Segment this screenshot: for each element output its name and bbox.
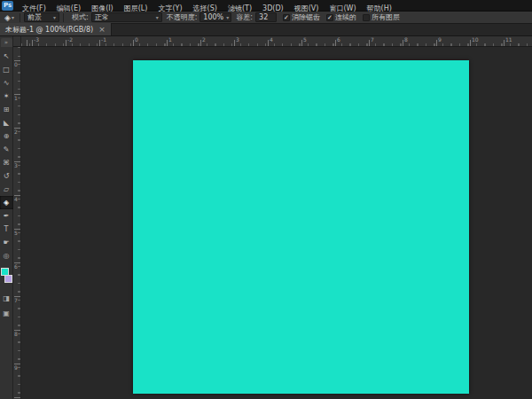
checkbox-icon: ✓ bbox=[283, 14, 290, 21]
rectangular-marquee-tool[interactable]: □ bbox=[0, 63, 13, 76]
hand-tool[interactable]: ☛ bbox=[0, 236, 13, 249]
chevron-down-icon: ▾ bbox=[53, 14, 56, 20]
text-tool-icon: T bbox=[4, 225, 9, 233]
move-tool[interactable]: ↖ bbox=[0, 50, 13, 63]
paint-bucket-tool[interactable]: ◈ bbox=[0, 196, 13, 209]
ruler-label: 2 bbox=[202, 36, 206, 43]
ruler-label: 0 bbox=[135, 36, 138, 43]
ruler-label: -2 bbox=[67, 36, 73, 43]
ruler-label: 3 bbox=[236, 36, 239, 43]
color-swatches bbox=[0, 266, 13, 289]
brush-tool[interactable]: ✎ bbox=[0, 143, 13, 156]
ruler-label: 4 bbox=[14, 196, 18, 202]
history-brush-tool[interactable]: ↺ bbox=[0, 169, 13, 183]
menu-item[interactable]: 选择(S) bbox=[188, 4, 223, 12]
pen-tool-icon: ✒ bbox=[4, 212, 10, 220]
menu-item[interactable]: 窗口(W) bbox=[324, 4, 361, 12]
hand-tool-icon: ☛ bbox=[3, 239, 9, 246]
blend-mode-select[interactable]: 正常 ▾ bbox=[91, 12, 162, 22]
fill-source-value: 前景 bbox=[27, 12, 42, 22]
menu-item[interactable]: 文字(Y) bbox=[153, 4, 187, 12]
document-tab[interactable]: 未标题-1 @ 100%(RGB/8) × bbox=[0, 23, 112, 35]
menu-item[interactable]: 编辑(E) bbox=[51, 4, 86, 12]
canvas[interactable] bbox=[133, 60, 469, 394]
opacity-select[interactable]: 100% ▾ bbox=[200, 12, 231, 22]
contiguous-checkbox[interactable]: ✓连续的 bbox=[326, 12, 356, 22]
quick-selection-tool-icon: ✶ bbox=[4, 92, 10, 100]
canvas-viewport[interactable] bbox=[21, 47, 532, 399]
quick-selection-tool[interactable]: ✶ bbox=[0, 90, 13, 103]
chevron-down-icon: ▾ bbox=[12, 14, 14, 20]
ruler-label: 7 bbox=[14, 297, 18, 303]
zoom-tool-icon: ◎ bbox=[4, 252, 10, 260]
screen-mode-button[interactable]: ▣ bbox=[0, 307, 13, 319]
ruler-label: 4 bbox=[270, 36, 273, 43]
option-checkboxes: ✓消除锯齿✓连续的所有图层 bbox=[277, 12, 400, 22]
chevron-down-icon: ▾ bbox=[156, 14, 159, 20]
lasso-tool-icon: ∿ bbox=[4, 79, 10, 87]
history-brush-tool-icon: ↺ bbox=[4, 172, 10, 180]
ruler-label: 5 bbox=[303, 36, 307, 43]
foreground-color-swatch[interactable] bbox=[1, 268, 9, 276]
menu-item[interactable]: 视图(V) bbox=[289, 4, 325, 12]
mode-label: 模式: bbox=[72, 12, 89, 22]
menu-item[interactable]: 3D(D) bbox=[257, 4, 289, 12]
blend-mode-value: 正常 bbox=[95, 12, 109, 22]
text-tool[interactable]: T bbox=[0, 223, 13, 236]
healing-brush-tool[interactable]: ⊕ bbox=[0, 129, 13, 143]
menu-item[interactable]: 文件(F) bbox=[17, 4, 51, 12]
brush-tool-icon: ✎ bbox=[4, 145, 10, 153]
tolerance-input[interactable]: 32 bbox=[255, 12, 277, 22]
ruler-label: -1 bbox=[101, 36, 106, 43]
ruler-label: 1 bbox=[14, 95, 18, 101]
clone-stamp-tool[interactable]: ⌘ bbox=[0, 156, 13, 169]
ruler-label: 8 bbox=[14, 331, 18, 337]
toolbox-collapse-button[interactable]: » bbox=[1, 38, 12, 47]
ruler-label: 3 bbox=[14, 162, 18, 168]
document-area: -3-2-101234567891011 0123456789 bbox=[13, 36, 532, 399]
toolbox: » ↖□∿✶⊞◣⊕✎⌘↺▱◈✒T☛◎ ◨ ▣ bbox=[0, 36, 13, 399]
fill-source-select[interactable]: 前景 ▾ bbox=[24, 12, 59, 22]
ruler-label: 11 bbox=[505, 36, 512, 43]
menu-item[interactable]: 帮助(H) bbox=[362, 4, 397, 12]
ruler-origin-corner[interactable] bbox=[13, 36, 21, 47]
ruler-label: 6 bbox=[14, 263, 18, 270]
clone-stamp-tool-icon: ⌘ bbox=[3, 159, 10, 167]
ruler-label: 5 bbox=[14, 230, 18, 236]
paint-bucket-icon: ◈ bbox=[4, 13, 11, 22]
move-tool-icon: ↖ bbox=[4, 52, 10, 60]
eraser-tool[interactable]: ▱ bbox=[0, 183, 13, 196]
all-layers-checkbox[interactable]: 所有图层 bbox=[363, 12, 400, 22]
ruler-label: 2 bbox=[14, 129, 18, 135]
menu-item[interactable]: 图层(L) bbox=[119, 4, 153, 12]
divider bbox=[20, 13, 20, 22]
lasso-tool[interactable]: ∿ bbox=[0, 76, 13, 90]
tool-preset-picker[interactable]: ◈ ▾ bbox=[3, 13, 16, 22]
menu-item[interactable]: 滤镜(T) bbox=[223, 4, 257, 12]
vertical-ruler[interactable]: 0123456789 bbox=[13, 47, 21, 399]
ruler-label: 9 bbox=[14, 364, 18, 371]
quick-mask-button[interactable]: ◨ bbox=[0, 292, 13, 304]
zoom-tool[interactable]: ◎ bbox=[0, 249, 13, 262]
document-title: 未标题-1 @ 100%(RGB/8) bbox=[5, 25, 93, 35]
ruler-label: 7 bbox=[371, 36, 374, 43]
eraser-tool-icon: ▱ bbox=[4, 185, 9, 193]
divider bbox=[63, 13, 64, 22]
close-tab-icon[interactable]: × bbox=[98, 25, 106, 34]
document-tab-bar: 未标题-1 @ 100%(RGB/8) × bbox=[0, 24, 532, 36]
crop-tool-icon: ⊞ bbox=[4, 106, 10, 113]
menu-item[interactable]: 图像(I) bbox=[86, 4, 119, 12]
horizontal-ruler[interactable]: -3-2-101234567891011 bbox=[21, 36, 532, 47]
eyedropper-tool[interactable]: ◣ bbox=[0, 116, 13, 129]
ruler-label: 6 bbox=[337, 36, 340, 43]
background-color-swatch[interactable] bbox=[4, 275, 12, 283]
eyedropper-tool-icon: ◣ bbox=[4, 119, 9, 127]
checkbox-label: 连续的 bbox=[335, 12, 356, 22]
ruler-ticks bbox=[21, 40, 532, 46]
tolerance-label: 容差: bbox=[236, 12, 253, 22]
paint-bucket-tool-icon: ◈ bbox=[4, 199, 9, 207]
tool-options-bar: ◈ ▾ 前景 ▾ 模式: 正常 ▾ 不透明度: 100% ▾ 容差: 32 ✓消… bbox=[0, 12, 532, 24]
crop-tool[interactable]: ⊞ bbox=[0, 103, 13, 116]
pen-tool[interactable]: ✒ bbox=[0, 209, 13, 223]
anti-alias-checkbox[interactable]: ✓消除锯齿 bbox=[283, 12, 320, 22]
